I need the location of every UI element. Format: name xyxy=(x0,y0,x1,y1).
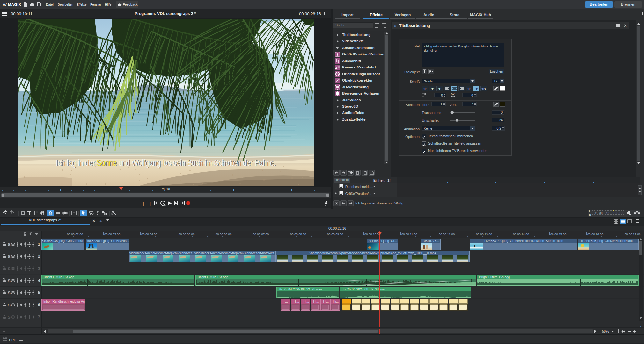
svg-text:Ich lag in der Sonne und Wolfg: Ich lag in der Sonne und Wolfgang las se… xyxy=(56,158,276,168)
svg-text:AV: AV xyxy=(451,92,455,96)
svg-text:S: S xyxy=(8,266,11,271)
svg-text:S: S xyxy=(8,290,11,295)
svg-text:S: S xyxy=(8,315,11,319)
svg-text:S: S xyxy=(8,303,11,307)
svg-text:S: S xyxy=(8,242,11,247)
svg-text:S: S xyxy=(8,254,11,259)
svg-text:S: S xyxy=(8,278,11,283)
